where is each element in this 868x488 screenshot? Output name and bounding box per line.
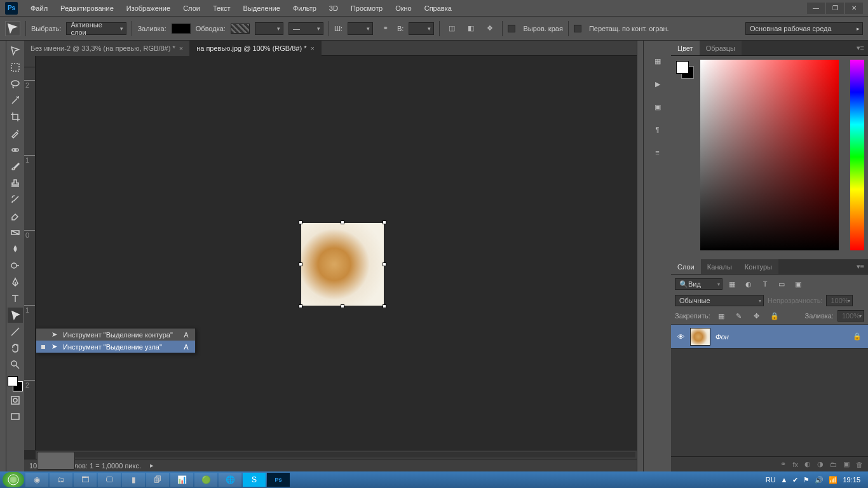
- visibility-toggle-icon[interactable]: 👁: [671, 333, 690, 341]
- menu-edit[interactable]: Редактирование: [54, 4, 120, 12]
- menu-layers[interactable]: Слои: [177, 4, 207, 12]
- menu-filter[interactable]: Фильтр: [287, 4, 323, 12]
- task-icon[interactable]: 🗂: [50, 473, 72, 487]
- pathop-2-icon[interactable]: ◧: [464, 22, 478, 36]
- flyout-item[interactable]: ➤ Инструмент "Выделение контура" A: [36, 329, 195, 341]
- actions-panel-icon[interactable]: ▶: [650, 76, 665, 92]
- character-panel-icon[interactable]: ¶: [650, 122, 665, 137]
- task-icon[interactable]: 📊: [170, 473, 193, 487]
- channels-tab[interactable]: Каналы: [701, 259, 738, 274]
- fg-bg-swatches[interactable]: [8, 376, 23, 391]
- task-icon[interactable]: 🖵: [98, 473, 121, 487]
- panel-fg-bg-swatch[interactable]: [676, 61, 694, 79]
- menu-view[interactable]: Просмотр: [344, 4, 389, 12]
- task-icon[interactable]: ◉: [25, 473, 48, 487]
- stroke-swatch[interactable]: [231, 24, 250, 34]
- tray-clock[interactable]: 19:15: [843, 476, 860, 484]
- blur-tool[interactable]: [8, 241, 23, 257]
- task-icon[interactable]: 🗐: [146, 473, 169, 487]
- transform-handle[interactable]: [383, 220, 386, 224]
- screen-mode-toggle[interactable]: [8, 409, 23, 424]
- paragraph-panel-icon[interactable]: ≡: [650, 145, 665, 160]
- transform-handle[interactable]: [299, 262, 302, 266]
- magic-wand-tool[interactable]: [8, 93, 23, 108]
- path-selection-tool[interactable]: [8, 308, 23, 323]
- transform-handle[interactable]: [383, 262, 386, 266]
- opacity-input[interactable]: 100%: [826, 295, 853, 306]
- paths-tab[interactable]: Контуры: [738, 259, 778, 274]
- dodge-tool[interactable]: [8, 258, 23, 273]
- constrain-drag-checkbox[interactable]: [574, 25, 581, 32]
- filter-pixel-icon[interactable]: ▦: [725, 277, 739, 291]
- menu-help[interactable]: Справка: [418, 4, 458, 12]
- horizontal-scrollbar[interactable]: [36, 450, 637, 459]
- transform-handle[interactable]: [299, 304, 302, 308]
- color-picker-field[interactable]: [700, 60, 839, 250]
- start-button[interactable]: [3, 472, 24, 487]
- fill-swatch[interactable]: [172, 24, 191, 34]
- tray-icon[interactable]: ⚑: [803, 476, 810, 484]
- tray-flag-icon[interactable]: ▲: [781, 476, 788, 484]
- tray-volume-icon[interactable]: 🔊: [815, 476, 824, 484]
- marquee-tool[interactable]: [8, 60, 23, 75]
- menu-image[interactable]: Изображение: [120, 4, 177, 12]
- filter-smart-icon[interactable]: ▣: [791, 277, 805, 291]
- new-layer-icon[interactable]: ▣: [843, 460, 850, 468]
- blend-mode-dropdown[interactable]: Обычные: [675, 295, 764, 306]
- width-input[interactable]: [348, 22, 373, 35]
- swatches-tab[interactable]: Образцы: [700, 41, 742, 55]
- zoom-tool[interactable]: [8, 357, 23, 372]
- transform-handle[interactable]: [341, 220, 344, 224]
- lock-pixels-icon[interactable]: ✎: [732, 309, 746, 323]
- tray-network-icon[interactable]: 📶: [829, 476, 837, 484]
- brush-tool[interactable]: [8, 159, 23, 174]
- layer-thumbnail[interactable]: [690, 328, 710, 346]
- layer-name[interactable]: Фон: [715, 333, 729, 341]
- line-tool[interactable]: [8, 324, 23, 339]
- layer-mask-icon[interactable]: ◐: [804, 460, 811, 468]
- selected-image[interactable]: [301, 223, 384, 306]
- layer-filter-kind[interactable]: 🔍 Вид: [675, 278, 722, 290]
- task-icon[interactable]: 🟢: [194, 473, 217, 487]
- close-tab-icon[interactable]: ×: [310, 44, 314, 52]
- quick-mask-toggle[interactable]: [8, 393, 23, 408]
- stroke-style-dropdown[interactable]: —: [288, 22, 323, 35]
- task-photoshop-icon[interactable]: Ps: [267, 473, 290, 487]
- transform-handle[interactable]: [341, 304, 344, 308]
- align-edges-checkbox[interactable]: [508, 25, 515, 32]
- panel-menu-icon[interactable]: ▾≡: [853, 41, 868, 55]
- crop-tool[interactable]: [8, 109, 23, 125]
- layer-row[interactable]: 👁 Фон 🔒: [671, 325, 868, 349]
- menu-text[interactable]: Текст: [207, 4, 237, 12]
- stroke-width-dropdown[interactable]: [255, 22, 283, 35]
- task-chrome-icon[interactable]: 🌐: [219, 473, 241, 487]
- hand-tool[interactable]: [8, 341, 23, 356]
- close-tab-icon[interactable]: ×: [179, 44, 183, 52]
- move-tool[interactable]: [8, 43, 23, 58]
- filter-shape-icon[interactable]: ▭: [775, 277, 789, 291]
- lasso-tool[interactable]: [8, 76, 23, 92]
- close-button[interactable]: ✕: [845, 3, 863, 14]
- link-wh-icon[interactable]: ⚭: [378, 22, 392, 36]
- pen-tool[interactable]: [8, 274, 23, 290]
- properties-panel-icon[interactable]: ▣: [650, 99, 665, 114]
- tray-icon[interactable]: ✔: [792, 476, 798, 484]
- task-icon[interactable]: ▮: [122, 473, 145, 487]
- menu-select[interactable]: Выделение: [237, 4, 287, 12]
- hue-slider[interactable]: [850, 60, 864, 250]
- document-tab[interactable]: на превью.jpg @ 100% (RGB/8#) *×: [190, 41, 322, 56]
- menu-window[interactable]: Окно: [389, 4, 418, 12]
- menu-file[interactable]: Файл: [24, 4, 54, 12]
- tool-preset-icon[interactable]: [5, 21, 20, 36]
- flyout-item[interactable]: ➤ Инструмент "Выделение узла" A: [36, 341, 195, 353]
- lock-position-icon[interactable]: ✥: [750, 309, 764, 323]
- workspace-dropdown[interactable]: Основная рабочая среда: [745, 22, 863, 35]
- color-tab[interactable]: Цвет: [671, 41, 700, 55]
- gradient-tool[interactable]: [8, 225, 23, 240]
- adjustment-layer-icon[interactable]: ◑: [817, 460, 824, 468]
- link-layers-icon[interactable]: ⚭: [780, 460, 786, 468]
- tray-lang[interactable]: RU: [766, 476, 776, 484]
- filter-type-icon[interactable]: T: [758, 277, 772, 291]
- canvas[interactable]: ➤ Инструмент "Выделение контура" A ➤ Инс…: [36, 67, 637, 450]
- eyedropper-tool[interactable]: [8, 126, 23, 141]
